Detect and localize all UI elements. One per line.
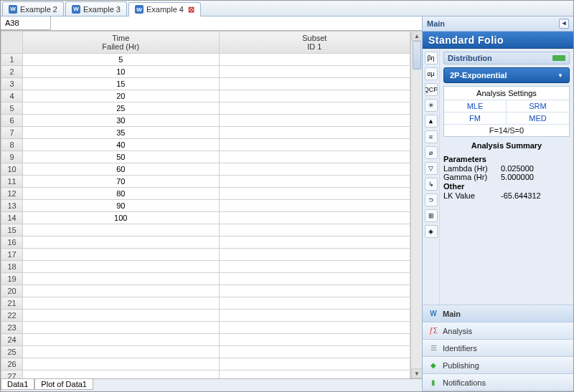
scroll-down-arrow[interactable]: ▼ [411, 368, 422, 378]
row-header[interactable]: 8 [1, 139, 23, 151]
distribution-section-header[interactable]: Distribution [443, 52, 570, 64]
row-header[interactable]: 16 [1, 236, 23, 249]
document-tab-2[interactable]: WExample 4⊠ [128, 2, 201, 16]
cell-subset[interactable] [219, 188, 410, 200]
row-header[interactable]: 11 [1, 176, 23, 188]
cell-time[interactable] [23, 346, 220, 358]
scroll-up-arrow[interactable]: ▲ [411, 31, 422, 41]
tool-button-4[interactable]: ▲ [425, 115, 438, 128]
row-header[interactable]: 25 [1, 346, 23, 358]
row-header[interactable]: 12 [1, 188, 23, 200]
cell-subset[interactable] [219, 285, 410, 297]
row-header[interactable]: 27 [1, 371, 23, 379]
row-header[interactable]: 7 [1, 127, 23, 139]
table-row[interactable]: 630 [1, 115, 410, 127]
cell-subset[interactable] [219, 151, 410, 163]
tool-button-11[interactable]: ◈ [425, 225, 438, 238]
tool-button-10[interactable]: ⊞ [425, 209, 438, 222]
table-row[interactable]: 1390 [1, 200, 410, 212]
table-row[interactable]: 525 [1, 102, 410, 115]
row-header[interactable]: 6 [1, 115, 23, 127]
row-header[interactable]: 17 [1, 249, 23, 261]
cell-time[interactable] [23, 297, 220, 310]
cell-time[interactable]: 50 [23, 151, 220, 163]
cell-subset[interactable] [219, 236, 410, 249]
cell-time[interactable]: 15 [23, 78, 220, 90]
table-row[interactable]: 18 [1, 261, 410, 273]
sheet-tab-data1[interactable]: Data1 [1, 379, 34, 390]
cell-time[interactable] [23, 322, 220, 334]
cell-subset[interactable] [219, 212, 410, 224]
cell-time[interactable]: 80 [23, 188, 220, 200]
cell-subset[interactable] [219, 346, 410, 358]
cell-subset[interactable] [219, 54, 410, 66]
document-tab-0[interactable]: WExample 2 [2, 1, 64, 16]
table-row[interactable]: 20 [1, 285, 410, 297]
cell-subset[interactable] [219, 139, 410, 151]
accordion-item-analysis[interactable]: ƒΣAnalysis [423, 322, 573, 340]
tool-button-2[interactable]: QCP [425, 83, 438, 96]
tool-button-1[interactable]: αμ [425, 67, 438, 80]
row-header[interactable]: 2 [1, 66, 23, 78]
cell-subset[interactable] [219, 176, 410, 188]
table-row[interactable]: 14100 [1, 212, 410, 224]
row-header[interactable]: 20 [1, 285, 23, 297]
row-header[interactable]: 19 [1, 273, 23, 285]
cell-subset[interactable] [219, 78, 410, 90]
setting-med[interactable]: MED [507, 113, 569, 125]
cell-subset[interactable] [219, 102, 410, 115]
cell-subset[interactable] [219, 322, 410, 334]
table-row[interactable]: 26 [1, 358, 410, 371]
row-header[interactable]: 26 [1, 358, 23, 371]
table-row[interactable]: 315 [1, 78, 410, 90]
cell-time[interactable] [23, 249, 220, 261]
row-header[interactable]: 5 [1, 102, 23, 115]
table-row[interactable]: 1060 [1, 163, 410, 176]
tool-button-6[interactable]: ⌀ [425, 146, 438, 159]
table-row[interactable]: 21 [1, 297, 410, 310]
cell-time[interactable] [23, 224, 220, 236]
cell-time[interactable]: 40 [23, 139, 220, 151]
row-header[interactable]: 1 [1, 54, 23, 66]
accordion-item-identifiers[interactable]: ☰Identifiers [423, 340, 573, 357]
row-header[interactable]: 3 [1, 78, 23, 90]
cell-subset[interactable] [219, 261, 410, 273]
setting-mle[interactable]: MLE [444, 100, 507, 113]
collapse-panel-icon[interactable]: ◂ [559, 19, 569, 29]
cell-subset[interactable] [219, 200, 410, 212]
cell-time[interactable] [23, 261, 220, 273]
row-header[interactable]: 22 [1, 310, 23, 322]
row-header[interactable]: 23 [1, 322, 23, 334]
cell-subset[interactable] [219, 115, 410, 127]
cell-time[interactable]: 25 [23, 102, 220, 115]
cell-subset[interactable] [219, 334, 410, 346]
cell-subset[interactable] [219, 297, 410, 310]
cell-time[interactable]: 35 [23, 127, 220, 139]
tool-button-5[interactable]: ≡ [425, 130, 438, 143]
formula-input[interactable] [51, 16, 422, 30]
table-row[interactable]: 1280 [1, 188, 410, 200]
cell-time[interactable]: 5 [23, 54, 220, 66]
row-header[interactable]: 4 [1, 90, 23, 102]
tool-button-0[interactable]: βη [425, 52, 438, 64]
row-header[interactable]: 15 [1, 224, 23, 236]
row-header[interactable]: 13 [1, 200, 23, 212]
table-row[interactable]: 840 [1, 139, 410, 151]
cell-time[interactable] [23, 358, 220, 371]
tool-button-9[interactable]: ⊃ [425, 193, 438, 206]
column-header-time[interactable]: Time Failed (Hr) [23, 32, 220, 54]
setting-srm[interactable]: SRM [507, 100, 569, 113]
table-row[interactable]: 19 [1, 273, 410, 285]
table-row[interactable]: 22 [1, 310, 410, 322]
setting-fm[interactable]: FM [444, 113, 507, 125]
cell-time[interactable]: 70 [23, 176, 220, 188]
cell-subset[interactable] [219, 66, 410, 78]
accordion-item-publishing[interactable]: ◆Publishing [423, 357, 573, 374]
cell-subset[interactable] [219, 371, 410, 379]
accordion-item-main[interactable]: WMain [423, 305, 573, 322]
column-header-subset[interactable]: Subset ID 1 [219, 32, 410, 54]
cell-time[interactable] [23, 334, 220, 346]
cell-time[interactable]: 30 [23, 115, 220, 127]
table-row[interactable]: 735 [1, 127, 410, 139]
cell-subset[interactable] [219, 127, 410, 139]
